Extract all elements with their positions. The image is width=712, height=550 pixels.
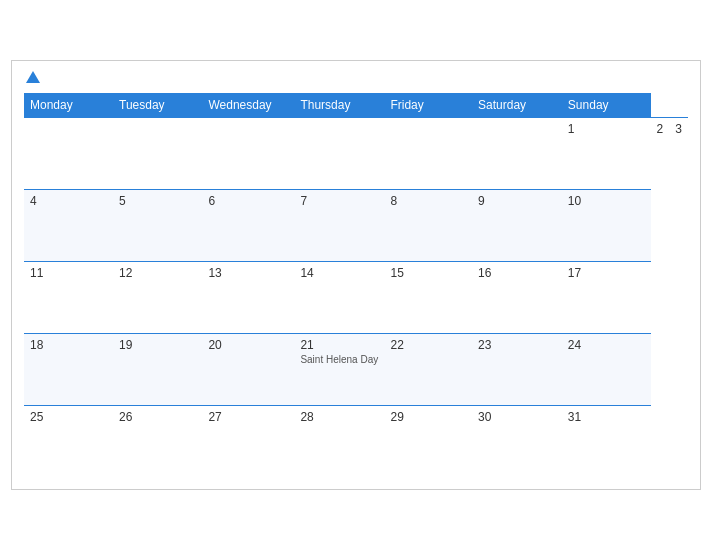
- day-number: 17: [568, 266, 645, 280]
- calendar-cell: 4: [24, 189, 113, 261]
- calendar-cell: 31: [562, 405, 651, 477]
- calendar-cell: 28: [294, 405, 384, 477]
- weekday-header-sunday: Sunday: [562, 93, 651, 118]
- day-number: 25: [30, 410, 107, 424]
- calendar-cell: [472, 117, 562, 189]
- day-number: 5: [119, 194, 196, 208]
- calendar-cell: 9: [472, 189, 562, 261]
- day-number: 2: [657, 122, 664, 136]
- calendar-cell: [24, 117, 113, 189]
- logo-text-block: [24, 71, 40, 85]
- day-number: 29: [390, 410, 466, 424]
- calendar-cell: 15: [384, 261, 472, 333]
- calendar-cell: 19: [113, 333, 202, 405]
- calendar-cell: 14: [294, 261, 384, 333]
- calendar-wrapper: MondayTuesdayWednesdayThursdayFridaySatu…: [11, 60, 701, 491]
- calendar-cell: 13: [202, 261, 294, 333]
- day-number: 14: [300, 266, 378, 280]
- calendar-cell: 18: [24, 333, 113, 405]
- calendar-cell: 26: [113, 405, 202, 477]
- calendar-grid: MondayTuesdayWednesdayThursdayFridaySatu…: [24, 93, 688, 478]
- day-number: 13: [208, 266, 288, 280]
- day-number: 4: [30, 194, 107, 208]
- day-number: 31: [568, 410, 645, 424]
- day-number: 24: [568, 338, 645, 352]
- logo-row1: [24, 71, 40, 85]
- day-number: 19: [119, 338, 196, 352]
- calendar-cell: 1: [562, 117, 651, 189]
- week-row-1: 123: [24, 117, 688, 189]
- day-number: 28: [300, 410, 378, 424]
- day-number: 12: [119, 266, 196, 280]
- day-number: 23: [478, 338, 556, 352]
- calendar-cell: [113, 117, 202, 189]
- day-number: 1: [568, 122, 645, 136]
- day-number: 27: [208, 410, 288, 424]
- calendar-cell: 25: [24, 405, 113, 477]
- weekday-header-row: MondayTuesdayWednesdayThursdayFridaySatu…: [24, 93, 688, 118]
- week-row-5: 25262728293031: [24, 405, 688, 477]
- calendar-cell: 12: [113, 261, 202, 333]
- day-number: 6: [208, 194, 288, 208]
- day-number: 18: [30, 338, 107, 352]
- calendar-cell: 11: [24, 261, 113, 333]
- logo-triangle-icon: [26, 71, 40, 83]
- day-number: 8: [390, 194, 466, 208]
- calendar-cell: 3: [669, 117, 688, 189]
- weekday-header-wednesday: Wednesday: [202, 93, 294, 118]
- weekday-header-monday: Monday: [24, 93, 113, 118]
- weekday-header-tuesday: Tuesday: [113, 93, 202, 118]
- day-number: 16: [478, 266, 556, 280]
- day-number: 22: [390, 338, 466, 352]
- day-number: 20: [208, 338, 288, 352]
- week-row-4: 18192021Saint Helena Day222324: [24, 333, 688, 405]
- calendar-cell: 2: [651, 117, 670, 189]
- day-number: 21: [300, 338, 378, 352]
- calendar-cell: 20: [202, 333, 294, 405]
- calendar-cell: 17: [562, 261, 651, 333]
- weekday-header-friday: Friday: [384, 93, 472, 118]
- logo: [24, 71, 40, 85]
- day-number: 11: [30, 266, 107, 280]
- calendar-cell: 5: [113, 189, 202, 261]
- day-event: Saint Helena Day: [300, 354, 378, 365]
- calendar-cell: [294, 117, 384, 189]
- calendar-cell: 22: [384, 333, 472, 405]
- calendar-cell: 8: [384, 189, 472, 261]
- calendar-cell: 23: [472, 333, 562, 405]
- calendar-cell: 16: [472, 261, 562, 333]
- calendar-cell: 21Saint Helena Day: [294, 333, 384, 405]
- calendar-cell: 29: [384, 405, 472, 477]
- calendar-cell: 24: [562, 333, 651, 405]
- day-number: 3: [675, 122, 682, 136]
- day-number: 26: [119, 410, 196, 424]
- calendar-cell: [384, 117, 472, 189]
- calendar-cell: 7: [294, 189, 384, 261]
- week-row-3: 11121314151617: [24, 261, 688, 333]
- calendar-cell: 10: [562, 189, 651, 261]
- calendar-cell: 30: [472, 405, 562, 477]
- calendar-cell: [202, 117, 294, 189]
- weekday-header-thursday: Thursday: [294, 93, 384, 118]
- day-number: 10: [568, 194, 645, 208]
- week-row-2: 45678910: [24, 189, 688, 261]
- day-number: 15: [390, 266, 466, 280]
- calendar-cell: 6: [202, 189, 294, 261]
- day-number: 30: [478, 410, 556, 424]
- weekday-header-saturday: Saturday: [472, 93, 562, 118]
- day-number: 7: [300, 194, 378, 208]
- day-number: 9: [478, 194, 556, 208]
- calendar-cell: 27: [202, 405, 294, 477]
- calendar-header: [24, 71, 688, 85]
